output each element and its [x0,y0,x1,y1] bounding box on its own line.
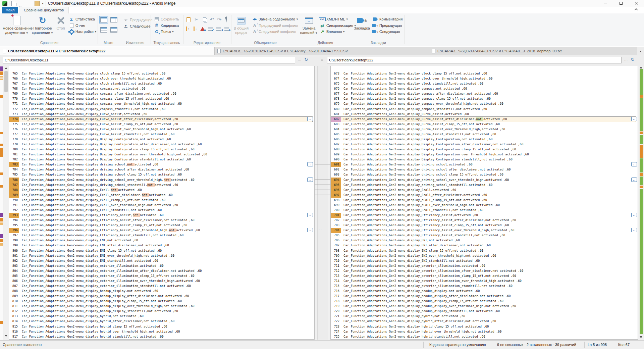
xml-html-button[interactable]: XMLXML/HTML▼ [319,16,348,22]
code-line[interactable]: 785Car_Function_Adaptations_Gen2-menu_di… [9,172,312,177]
copy-to-right-button[interactable]: → [307,178,313,182]
unindent-button[interactable]: ◂ [215,26,222,32]
left-pane-path-input[interactable]: C:\Users\dark\Desktop\111 [3,57,295,63]
code-line[interactable]: 814Car_Function_Adaptations_Gen2-menu_di… [9,319,312,324]
comment-button[interactable]: Комментарий [372,16,402,22]
overview-mark[interactable] [0,95,3,98]
code-line[interactable]: 722Car_Function_Adaptations_Gen2-menu_di… [331,319,636,324]
copy-to-right-button[interactable]: → [307,117,313,121]
code-line[interactable]: 713Car_Function_Adaptations_Gen2-menu_di… [331,273,636,279]
status-encoding[interactable]: Кодовая страница по умолчанию [429,343,486,347]
code-line[interactable]: 683Car_Function_Adaptations_Gen2-menu_di… [331,122,636,127]
copy-to-right-button[interactable]: → [307,162,313,166]
code-line[interactable]: 718Car_Function_Adaptations_Gen2-menu_di… [331,299,636,304]
recompare-button[interactable]: ↻ Повторное сравнение▼ [32,15,54,35]
code-line[interactable]: 704Car_Function_Adaptations_Gen2-menu_di… [331,228,636,233]
minimize-button[interactable] [598,0,613,7]
scroll-down-icon[interactable] [5,335,7,337]
code-line[interactable]: 721Car_Function_Adaptations_Gen2-menu_di… [331,314,636,319]
copy-to-left-button[interactable]: ← [631,228,637,232]
tab-file[interactable]: Файл [2,7,18,13]
next-conflict-button[interactable]: A↓Следующий конфликт [252,29,297,35]
insert-before-button[interactable]: ↑ [184,26,191,32]
code-line[interactable]: 801Car_Function_Adaptations_Gen2-menu_di… [9,253,312,258]
copy-to-right-button[interactable]: → [307,213,313,217]
paste-button[interactable] [185,16,192,23]
tab-document-comparison[interactable]: Сравнение документов [19,7,69,13]
code-line[interactable]: 707Car_Function_Adaptations_Gen2-menu_di… [331,243,636,248]
code-line[interactable]: 809Car_Function_Adaptations_Gen2-menu_di… [9,294,312,299]
code-line[interactable]: 811Car_Function_Adaptations_Gen2-menu_di… [9,304,312,309]
bookmark-button[interactable]: ± Закладка [353,15,371,31]
scroll-down-icon[interactable] [640,336,642,338]
code-line[interactable]: 804Car_Function_Adaptations_Gen2-menu_di… [9,268,312,273]
overview-mark-orange[interactable] [640,186,643,188]
encoding-button[interactable]: ÉКодировка [154,22,179,29]
folder-icon[interactable] [35,1,40,6]
code-line[interactable]: 782Car_Function_Adaptations_Gen2-menu_di… [9,157,312,162]
copy-button[interactable] [201,16,208,23]
code-line[interactable]: 688Car_Function_Adaptations_Gen2-menu_di… [331,147,636,152]
code-line[interactable]: 723Car_Function_Adaptations_Gen2-menu_di… [331,324,636,329]
code-line[interactable]: 705Car_Function_Adaptations_Gen2-menu_di… [331,233,636,238]
code-line[interactable]: 724Car_Function_Adaptations_Gen2-menu_di… [331,329,636,334]
code-line[interactable]: 692Car_Function_Adaptations_Gen2-menu_di… [331,167,636,172]
code-line[interactable]: 765Car_Function_Adaptations_Gen2-menu_di… [9,71,312,76]
code-line[interactable]: 802Car_Function_Adaptations_Gen2-menu_di… [9,258,312,263]
overview-mark[interactable] [0,144,3,146]
left-refresh-button[interactable]: ↻ [303,57,309,63]
code-line[interactable]: 796Car_Function_Adaptations_Gen2-menu_di… [9,228,312,233]
code-line[interactable]: 768Car_Function_Adaptations_Gen2-menu_di… [9,86,312,91]
code-line[interactable]: 696Car_Function_Adaptations_Gen2-menu_di… [331,188,636,193]
code-line[interactable]: 772Car_Function_Adaptations_Gen2-menu_di… [9,107,312,112]
code-line[interactable]: 697Car_Function_Adaptations_Gen2-menu_di… [331,193,636,198]
code-line[interactable]: 790Car_Function_Adaptations_Gen2-menu_di… [9,198,312,203]
insert-after-button[interactable]: ↓ [192,26,199,32]
code-line[interactable]: 777Car_Function_Adaptations_Gen2-menu_di… [9,132,312,137]
code-line[interactable]: 706Car_Function_Adaptations_Gen2-menu_di… [331,238,636,243]
copy-to-left-button[interactable]: ← [631,178,637,182]
copy-to-left-button[interactable]: ← [631,162,637,166]
code-line[interactable]: 680Car_Function_Adaptations_Gen2-menu_di… [331,107,636,112]
overview-mark[interactable] [0,148,3,157]
code-line[interactable]: 687Car_Function_Adaptations_Gen2-menu_di… [331,142,636,147]
code-line[interactable]: 702Car_Function_Adaptations_Gen2-menu_di… [331,218,636,223]
overview-mark[interactable] [0,66,3,71]
code-line[interactable]: 767Car_Function_Adaptations_Gen2-menu_di… [9,81,312,86]
code-line[interactable]: 679Car_Function_Adaptations_Gen2-menu_di… [331,101,636,106]
previous-bookmark-button[interactable]: ↑Предыдущая [372,22,402,29]
code-line[interactable]: 709Car_Function_Adaptations_Gen2-menu_di… [331,253,636,258]
copy-to-left-button[interactable]: ← [631,117,637,121]
code-line[interactable]: 773Car_Function_Adaptations_Gen2-menu_di… [9,112,312,117]
right-browse-button[interactable]: … [623,57,629,63]
code-line[interactable]: 791Car_Function_Adaptations_Gen2-menu_di… [9,203,312,208]
code-line[interactable]: 795Car_Function_Adaptations_Gen2-menu_di… [9,223,312,228]
right-refresh-button[interactable]: ↻ [630,57,636,63]
code-line[interactable]: 678Car_Function_Adaptations_Gen2-menu_di… [331,96,636,101]
replace-content-button[interactable]: ◀▶Замена содержимого▼ [252,16,299,22]
code-line[interactable]: 689Car_Function_Adaptations_Gen2-menu_di… [331,152,636,157]
settings-button[interactable]: Настройки▼ [68,29,97,35]
code-line[interactable]: 686Car_Function_Adaptations_Gen2-menu_di… [331,137,636,142]
overview-mark[interactable] [0,234,3,238]
scrollbar-thumb[interactable] [4,71,8,92]
collapse-ribbon-button[interactable] [635,9,638,12]
indent-button[interactable]: ▸ [223,26,230,32]
previous-change-button[interactable]: ▲Предыдущее [123,17,152,23]
select-button[interactable] [223,16,230,23]
tab-list-dropdown[interactable]: ▼ [639,50,642,53]
code-line[interactable]: 792Car_Function_Adaptations_Gen2-menu_di… [9,208,312,213]
layout-two-horizontal-button[interactable] [99,26,108,34]
code-line[interactable]: 779Car_Function_Adaptations_Gen2-menu_di… [9,142,312,147]
code-line[interactable]: 701Car_Function_Adaptations_Gen2-menu_di… [331,213,636,218]
synchronization-button[interactable]: ⇄Синхронизация▼ [319,22,357,29]
swap-panels-button[interactable]: ↔ Замена панелей▼ [300,15,318,35]
spellcheck-button[interactable] [199,26,206,32]
left-file-pane[interactable]: 765Car_Function_Adaptations_Gen2-menu_di… [9,66,315,340]
overview-mark-orange[interactable] [640,173,643,176]
code-line[interactable]: 691Car_Function_Adaptations_Gen2-menu_di… [331,162,636,167]
code-line[interactable]: 703Car_Function_Adaptations_Gen2-menu_di… [331,223,636,228]
code-line[interactable]: 726Car_Function_Adaptations_Gen2-menu_di… [331,339,636,340]
code-line[interactable]: 681Car_Function_Adaptations_Gen2-menu_di… [331,112,636,117]
code-line[interactable]: 720Car_Function_Adaptations_Gen2-menu_di… [331,309,636,314]
